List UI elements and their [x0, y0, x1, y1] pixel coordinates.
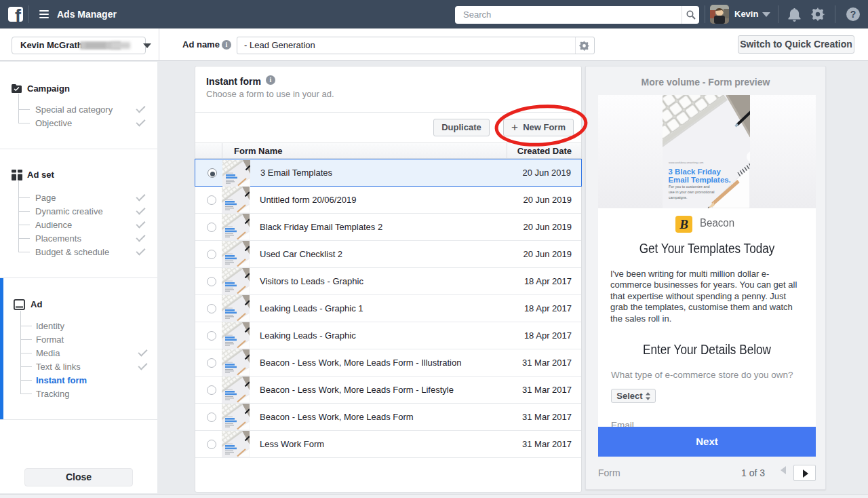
- svg-text:Email Templates.: Email Templates.: [669, 176, 731, 184]
- svg-text:For you to customize and: For you to customize and: [669, 185, 710, 189]
- svg-text:3 Black Friday: 3 Black Friday: [669, 168, 722, 176]
- svg-text:use in your own promotional: use in your own promotional: [669, 190, 714, 194]
- svg-text:campaigns.: campaigns.: [669, 195, 688, 199]
- svg-text:www.workbeaconwriting.com: www.workbeaconwriting.com: [669, 161, 704, 164]
